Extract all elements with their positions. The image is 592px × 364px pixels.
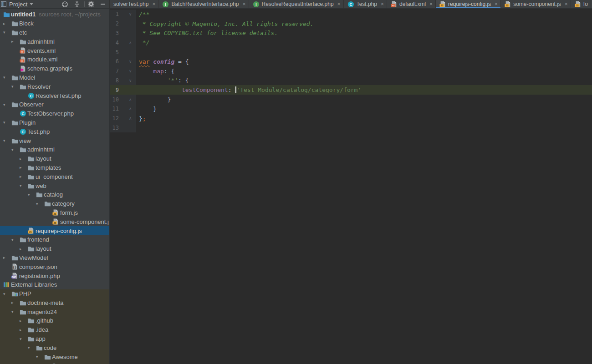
chevron-down-icon[interactable]: ▾ — [36, 354, 44, 359]
fold-close-icon[interactable]: ∧ — [119, 97, 136, 102]
project-caret-icon[interactable] — [30, 2, 33, 6]
chevron-right-icon[interactable]: ▸ — [3, 255, 11, 260]
tree-row-app[interactable]: ▾app — [0, 334, 109, 344]
chevron-down-icon[interactable]: ▾ — [3, 30, 11, 35]
tree-row-external-libraries[interactable]: External Libraries — [0, 280, 109, 289]
chevron-down-icon[interactable]: ▾ — [3, 292, 11, 296]
chevron-down-icon[interactable]: ▾ — [19, 183, 28, 188]
code-text[interactable]: testComponent: 'Test_Module/catalog/cate… — [139, 86, 361, 93]
chevron-down-icon[interactable]: ▾ — [19, 337, 28, 341]
fold-close-icon[interactable]: ∧ — [119, 116, 136, 121]
chevron-down-icon[interactable]: ▾ — [27, 345, 36, 350]
tree-row-events-xml[interactable]: <>events.xml — [0, 46, 109, 55]
chevron-down-icon[interactable]: ▾ — [27, 192, 36, 197]
tree-row-composer-json[interactable]: {}composer.json — [0, 262, 109, 271]
chevron-down-icon[interactable]: ▾ — [3, 75, 11, 80]
code-text[interactable]: map: { — [139, 68, 174, 75]
chevron-right-icon[interactable]: ▸ — [19, 328, 28, 332]
code-editor[interactable]: 1∨/**2 * Copyright © Magento, Inc. All r… — [110, 9, 592, 364]
tree-row-observer[interactable]: ▾Observer — [0, 100, 109, 109]
project-panel-title[interactable]: Project — [9, 1, 27, 8]
tree-row-block[interactable]: ▸Block — [0, 19, 109, 28]
code-text[interactable]: '*': { — [139, 77, 189, 84]
tree-row-adminhtml[interactable]: ▸adminhtml — [0, 37, 109, 46]
tree-row-untitled1[interactable]: untitled1sources root, ~/projects — [0, 10, 109, 19]
chevron-right-icon[interactable]: ▸ — [11, 39, 20, 44]
editor-tab-requirejs-config-js[interactable]: JSrequirejs-config.js× — [436, 0, 501, 8]
tree-row-adminhtml[interactable]: ▾adminhtml — [0, 145, 109, 154]
tree-row-test-php[interactable]: CTest.php — [0, 127, 109, 136]
editor-line-4[interactable]: 4∧ */ — [110, 38, 592, 47]
tree-row-blank[interactable]: ▸ — [0, 361, 109, 364]
tree-row-module-xml[interactable]: <>module.xml — [0, 55, 109, 64]
chevron-right-icon[interactable]: ▸ — [19, 157, 28, 161]
hide-panel-icon[interactable] — [100, 1, 106, 7]
tree-row-model[interactable]: ▾Model — [0, 73, 109, 82]
code-text[interactable]: var config = { — [139, 58, 189, 65]
tree-row-some-component-js[interactable]: JSsome-component.js — [0, 217, 109, 226]
editor-line-13[interactable]: 13 — [110, 123, 592, 133]
fold-close-icon[interactable]: ∧ — [119, 106, 136, 111]
close-icon[interactable]: × — [429, 1, 433, 7]
tool-window-icon[interactable] — [1, 1, 6, 7]
tree-row-magento24[interactable]: ▾magento24 — [0, 307, 109, 316]
tree-row-requirejs-config-js[interactable]: JSrequirejs-config.js — [0, 226, 109, 235]
chevron-right-icon[interactable]: ▸ — [19, 174, 28, 179]
fold-close-icon[interactable]: ∧ — [119, 40, 136, 45]
code-text[interactable]: * See COPYING.txt for license details. — [139, 30, 278, 36]
locate-icon[interactable] — [61, 1, 68, 8]
tree-row-layout[interactable]: ▸layout — [0, 244, 109, 253]
editor-line-8[interactable]: 8∨ '*': { — [110, 76, 592, 86]
close-icon[interactable]: × — [381, 1, 384, 7]
chevron-down-icon[interactable]: ▾ — [11, 147, 20, 152]
tree-row-php[interactable]: ▾PHP — [0, 289, 109, 298]
editor-tab-batchresolverinterface-php[interactable]: IBatchResolverInterface.php× — [158, 0, 249, 8]
close-icon[interactable]: × — [565, 1, 568, 7]
tree-row-doctrine-meta[interactable]: ▸doctrine-meta — [0, 298, 109, 308]
editor-line-5[interactable]: 5 — [110, 47, 592, 57]
chevron-right-icon[interactable]: ▸ — [11, 300, 20, 305]
chevron-down-icon[interactable]: ▾ — [3, 138, 11, 143]
editor-line-1[interactable]: 1∨/** — [110, 10, 592, 19]
code-text[interactable]: } — [139, 106, 157, 112]
tree-row--idea[interactable]: ▸.idea — [0, 325, 109, 334]
chevron-down-icon[interactable]: ▾ — [11, 84, 20, 89]
tree-row-web[interactable]: ▾web — [0, 181, 109, 190]
editor-tab-resolverequestinterface-php[interactable]: IResolveRequestInterface.php× — [249, 0, 344, 8]
code-text[interactable]: * Copyright © Magento, Inc. All rights r… — [139, 20, 314, 27]
collapse-all-icon[interactable] — [74, 1, 80, 7]
tree-row--github[interactable]: ▸.github — [0, 316, 109, 325]
editor-line-9[interactable]: 9 testComponent: 'Test_Module/catalog/ca… — [110, 85, 592, 95]
editor-line-10[interactable]: 10∧ } — [110, 95, 592, 104]
tree-row-layout[interactable]: ▸layout — [0, 154, 109, 163]
tree-row-plugin[interactable]: ▾Plugin — [0, 118, 109, 127]
tree-row-ui-component[interactable]: ▸ui_component — [0, 172, 109, 181]
tree-row-catalog[interactable]: ▾catalog — [0, 190, 109, 199]
tree-row-awesome[interactable]: ▾Awesome — [0, 352, 109, 361]
close-icon[interactable]: × — [152, 1, 155, 7]
editor-tab-test-php[interactable]: CTest.php× — [344, 0, 387, 8]
tree-row-resolvertest-php[interactable]: CResolverTest.php — [0, 91, 109, 100]
editor-tab-some-component-js[interactable]: JSsome-component.js× — [501, 0, 571, 8]
editor-tab-default-xml[interactable]: <>default.xml× — [387, 0, 436, 8]
tree-row-templates[interactable]: ▸templates — [0, 163, 109, 172]
close-icon[interactable]: × — [337, 1, 341, 7]
editor-line-6[interactable]: 6∨var config = { — [110, 57, 592, 66]
tree-row-frontend[interactable]: ▾frontend — [0, 235, 109, 244]
tree-row-category[interactable]: ▾category — [0, 199, 109, 208]
tree-row-testobserver-php[interactable]: CTestObserver.php — [0, 109, 109, 118]
fold-open-icon[interactable]: ∨ — [119, 78, 136, 83]
editor-line-2[interactable]: 2 * Copyright © Magento, Inc. All rights… — [110, 19, 592, 29]
chevron-right-icon[interactable]: ▸ — [19, 165, 28, 170]
chevron-down-icon[interactable]: ▾ — [11, 238, 20, 242]
chevron-down-icon[interactable]: ▾ — [36, 202, 44, 206]
chevron-down-icon[interactable]: ▾ — [3, 102, 11, 107]
chevron-right-icon[interactable]: ▸ — [19, 247, 28, 251]
close-icon[interactable]: × — [242, 1, 245, 7]
tree-row-etc[interactable]: ▾etc — [0, 28, 109, 37]
close-icon[interactable]: × — [495, 1, 498, 7]
chevron-right-icon[interactable]: ▸ — [19, 318, 28, 323]
editor-tab-fo[interactable]: JSfo — [571, 0, 591, 8]
code-text[interactable]: } — [139, 96, 171, 103]
chevron-right-icon[interactable]: ▸ — [3, 21, 11, 26]
